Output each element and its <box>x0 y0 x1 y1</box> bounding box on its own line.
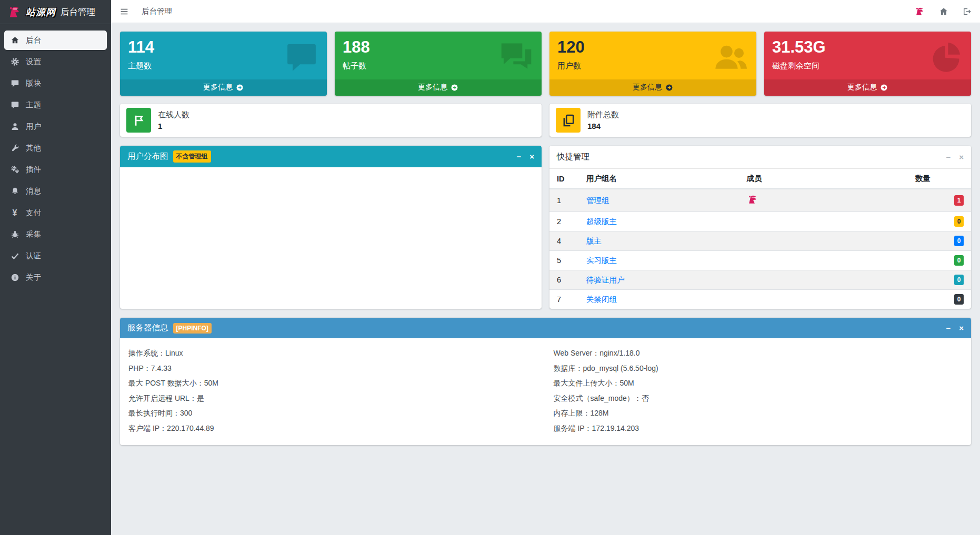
sidebar-item-threads[interactable]: 主题 <box>4 95 107 115</box>
sidebar-item-label: 支付 <box>26 208 41 218</box>
more-info-link[interactable]: 更多信息 <box>764 79 971 96</box>
sidebar-item-users[interactable]: 用户 <box>4 117 107 136</box>
brand-site-name: 站源网 <box>26 6 56 18</box>
server-info-line: 数据库：pdo_mysql (5.6.50-log) <box>554 361 963 376</box>
sidebar-item-messages[interactable]: 消息 <box>4 181 107 201</box>
flag-icon <box>126 108 151 133</box>
menu-toggle-icon[interactable] <box>119 7 129 16</box>
sidebar-item-forums[interactable]: 版块 <box>4 74 107 93</box>
server-info-line: 最大 POST 数据大小：50M <box>128 376 538 391</box>
sidebar-item-collect[interactable]: 采集 <box>4 225 107 244</box>
close-button[interactable]: × <box>959 153 964 161</box>
more-info-link[interactable]: 更多信息 <box>120 79 327 96</box>
info-box-value: 184 <box>587 122 619 130</box>
info-box-text: 附件总数184 <box>587 110 619 130</box>
table-header: ID用户组名成员数量 <box>549 169 971 189</box>
member-avatar[interactable] <box>746 194 758 206</box>
sidebar-item-label: 采集 <box>26 229 41 239</box>
server-info-panel: 服务器信息 [PHPINFO] −× 操作系统：LinuxPHP：7.4.33最… <box>120 318 971 445</box>
close-button[interactable]: × <box>529 153 534 160</box>
stat-card-topics: 114主题数更多信息 <box>120 32 327 96</box>
group-link[interactable]: 管理组 <box>586 196 609 205</box>
group-members-cell <box>739 290 907 309</box>
minimize-button[interactable]: − <box>946 153 951 161</box>
top-navbar: 后台管理 <box>111 0 980 23</box>
brand-link[interactable]: 站源网 后台管理 <box>0 0 111 24</box>
count-badge: 0 <box>954 236 964 246</box>
stat-cards-row: 114主题数更多信息188帖子数更多信息120用户数更多信息31.53G磁盘剩余… <box>120 32 971 96</box>
close-button[interactable]: × <box>959 324 964 332</box>
quick-manage-panel-header: 快捷管理 −× <box>549 146 971 169</box>
sidebar-item-other[interactable]: 其他 <box>4 138 107 158</box>
sidebar-menu: 后台设置版块主题用户其他插件消息¥支付采集认证关于 <box>0 24 111 294</box>
table-row: 4版主0 <box>549 231 971 251</box>
gear-icon <box>9 57 20 67</box>
more-info-link[interactable]: 更多信息 <box>549 79 756 96</box>
site-logo-icon <box>6 4 22 20</box>
sign-out-icon[interactable] <box>962 7 972 16</box>
group-link[interactable]: 待验证用户 <box>586 276 625 284</box>
table-row: 6待验证用户0 <box>549 270 971 290</box>
column-header: 成员 <box>739 169 907 189</box>
count-badge: 0 <box>954 294 964 305</box>
group-count-cell: 0 <box>908 231 971 251</box>
sidebar-item-auth[interactable]: 认证 <box>4 246 107 266</box>
content-area: 114主题数更多信息188帖子数更多信息120用户数更多信息31.53G磁盘剩余… <box>111 23 980 535</box>
admin-dashboard: 站源网 后台管理 后台设置版块主题用户其他插件消息¥支付采集认证关于 后台管理 … <box>0 0 980 535</box>
sidebar-item-about[interactable]: 关于 <box>4 268 107 287</box>
group-members-cell <box>739 189 907 212</box>
group-link[interactable]: 实习版主 <box>586 256 617 265</box>
info-boxes-row: 在线人数1附件总数184 <box>120 104 971 137</box>
breadcrumb-link[interactable]: 后台管理 <box>142 6 172 16</box>
more-info-label: 更多信息 <box>847 83 877 92</box>
info-box-attachments: 附件总数184 <box>549 104 971 137</box>
server-info-panel-header: 服务器信息 [PHPINFO] −× <box>120 318 971 338</box>
quick-manage-panel: 快捷管理 −× ID用户组名成员数量 1管理组12超级版主04版主05实习版主0… <box>549 146 971 309</box>
cogs-icon <box>9 165 20 175</box>
count-badge: 1 <box>954 195 964 206</box>
user-groups-table: ID用户组名成员数量 1管理组12超级版主04版主05实习版主06待验证用户07… <box>549 169 971 309</box>
home-icon[interactable] <box>939 7 948 16</box>
wrench-icon <box>9 144 20 153</box>
minimize-button[interactable]: − <box>946 324 951 332</box>
sidebar-item-label: 用户 <box>26 122 41 132</box>
main-area: 后台管理 114主题数更多信息188帖子数更多信息120用户数更多信息31.53… <box>111 0 980 535</box>
group-link[interactable]: 超级版主 <box>586 217 617 226</box>
group-id-cell: 5 <box>549 251 579 270</box>
group-id-cell: 1 <box>549 189 579 212</box>
sidebar-item-label: 设置 <box>26 57 41 67</box>
stat-card-posts: 188帖子数更多信息 <box>335 32 542 96</box>
column-header: ID <box>549 169 579 189</box>
arrow-circle-icon <box>880 83 888 92</box>
group-name-cell: 关禁闭组 <box>579 290 739 309</box>
more-info-link[interactable]: 更多信息 <box>335 79 542 96</box>
sidebar-item-label: 关于 <box>26 272 41 282</box>
bell-icon <box>9 187 20 196</box>
sidebar-item-payment[interactable]: ¥支付 <box>4 203 107 223</box>
table-row: 5实习版主0 <box>549 251 971 270</box>
sidebar-item-dashboard[interactable]: 后台 <box>4 31 107 50</box>
count-badge: 0 <box>954 255 964 266</box>
group-id-cell: 2 <box>549 212 579 231</box>
bug-icon <box>9 230 20 239</box>
table-row: 1管理组1 <box>549 189 971 212</box>
minimize-button[interactable]: − <box>516 153 521 160</box>
sidebar-item-label: 后台 <box>26 35 41 45</box>
yen-icon: ¥ <box>9 208 20 218</box>
pie-chart-icon <box>928 39 964 77</box>
copy-icon <box>556 108 581 133</box>
info-box-text: 在线人数1 <box>158 110 189 130</box>
group-link[interactable]: 版主 <box>586 237 602 245</box>
phpinfo-badge[interactable]: [PHPINFO] <box>173 323 212 334</box>
sidebar-item-plugins[interactable]: 插件 <box>4 160 107 179</box>
server-info-line: 客户端 IP：220.170.44.89 <box>128 421 538 436</box>
sidebar-item-settings[interactable]: 设置 <box>4 52 107 72</box>
info-box-online: 在线人数1 <box>120 104 542 137</box>
user-distribution-panel-header: 用户分布图 不含管理组 −× <box>120 146 542 167</box>
group-link[interactable]: 关禁闭组 <box>586 295 617 304</box>
group-name-cell: 管理组 <box>579 189 739 212</box>
group-count-cell: 0 <box>908 251 971 270</box>
group-name-cell: 超级版主 <box>579 212 739 231</box>
user-avatar[interactable] <box>914 6 925 17</box>
user-distribution-chart-area <box>120 167 542 296</box>
